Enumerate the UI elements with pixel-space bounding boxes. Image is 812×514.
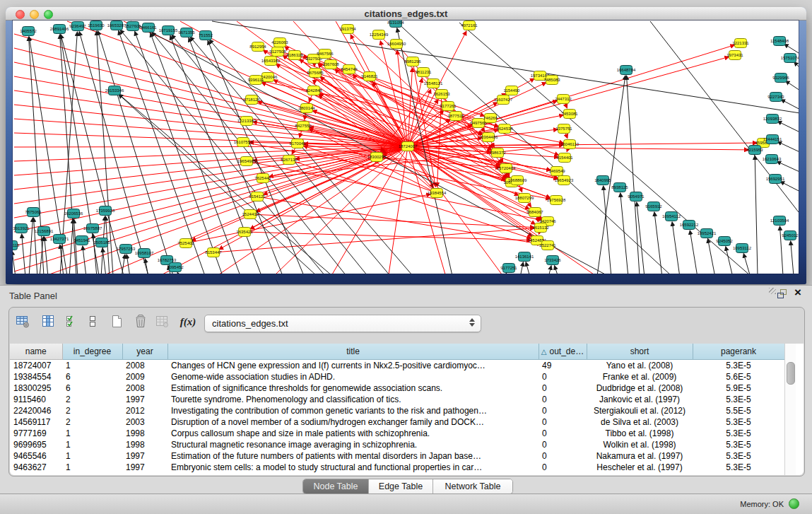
column-header-short[interactable]: short [587, 344, 693, 360]
table-cell[interactable]: 0 [539, 462, 587, 473]
network-view-window[interactable]: citations_edges.txt 18724007183002951938… [6, 7, 806, 284]
select-columns-button[interactable] [64, 313, 83, 332]
table-cell[interactable]: 2008 [122, 360, 167, 372]
graph-edge[interactable] [777, 161, 799, 174]
table-cell[interactable]: 1997 [122, 462, 167, 473]
graph-edge[interactable] [620, 193, 628, 274]
graph-edge[interactable] [97, 31, 113, 274]
graph-edge[interactable] [14, 146, 408, 204]
table-cell[interactable]: 9699695 [10, 439, 62, 450]
table-row[interactable]: 1938455462009Genome-wide association stu… [10, 371, 784, 382]
table-cell[interactable]: 49 [539, 360, 587, 372]
network-graph[interactable]: 1872400718300295193845548912954422606391… [13, 21, 799, 274]
table-cell[interactable]: Wolkin et al. (1998) [587, 439, 693, 450]
import-table-button[interactable] [154, 313, 172, 332]
node-attribute-table[interactable]: namein_degreeyeartitle△out_de…shortpager… [10, 344, 785, 473]
table-cell[interactable]: 5.3E-5 [693, 394, 784, 405]
table-cell[interactable]: de Silva et al. (2003) [587, 416, 693, 428]
table-cell[interactable]: 9463627 [10, 462, 62, 473]
table-cell[interactable]: Changes of HCN gene expression and I(f) … [167, 360, 539, 372]
table-cell[interactable]: 2 [62, 394, 122, 405]
table-row[interactable]: 946554611997Estimation of the future num… [10, 450, 784, 462]
graph-edge[interactable] [98, 31, 173, 274]
tab-node-table[interactable]: Node Table [303, 479, 368, 493]
table-row[interactable]: 1456911722003Disruption of a novel membe… [10, 416, 784, 428]
table-cell[interactable]: 14569117 [10, 416, 62, 428]
table-cell[interactable]: 6 [62, 371, 122, 382]
table-cell[interactable]: Tibbo et al. (1998) [587, 428, 693, 439]
table-cell[interactable]: 1997 [122, 394, 167, 405]
table-row[interactable]: 1830029562008Estimation of significance … [10, 382, 784, 394]
graph-edge[interactable] [22, 234, 25, 274]
table-cell[interactable]: 0 [539, 405, 587, 416]
graph-edge[interactable] [213, 228, 534, 252]
table-cell[interactable]: 18724007 [10, 360, 62, 372]
table-cell[interactable]: Structural magnetic resonance image aver… [167, 439, 539, 450]
table-cell[interactable]: Nakamura et al. (1997) [587, 450, 693, 462]
graph-edge[interactable] [637, 202, 645, 274]
memory-status-icon[interactable] [789, 498, 799, 509]
table-cell[interactable]: 1997 [122, 450, 167, 462]
table-cell[interactable]: Embryonic stem cells: a model to study s… [167, 462, 539, 473]
table-cell[interactable]: Investigating the contribution of common… [167, 405, 539, 416]
graph-edge[interactable] [627, 76, 640, 274]
table-cell[interactable]: 9465546 [10, 450, 62, 462]
table-cell[interactable]: 5.3E-5 [693, 450, 784, 462]
graph-edge[interactable] [597, 76, 625, 274]
table-row[interactable]: 946362711997Embryonic stem cells: a mode… [10, 462, 784, 473]
table-cell[interactable]: 5.5E-5 [693, 405, 784, 416]
graph-edge[interactable] [29, 218, 33, 274]
column-header-year[interactable]: year [122, 344, 167, 360]
create-column-button[interactable] [108, 313, 126, 332]
table-cell[interactable]: 9777169 [10, 428, 62, 439]
graph-edge[interactable] [672, 222, 680, 274]
graph-edge[interactable] [29, 37, 44, 274]
graph-edge[interactable] [14, 146, 408, 175]
table-cell[interactable]: 5.3E-5 [693, 439, 784, 450]
table-cell[interactable]: Estimation of significance thresholds fo… [167, 382, 539, 394]
graph-edge[interactable] [690, 230, 698, 274]
graph-edge[interactable] [794, 62, 799, 74]
column-header-out_de[interactable]: △out_de… [539, 344, 587, 360]
table-cell[interactable]: 22420046 [10, 405, 62, 416]
table-cell[interactable]: 0 [539, 416, 587, 428]
delete-column-button[interactable] [132, 313, 151, 332]
table-cell[interactable]: Jankovic et al. (1997) [587, 394, 693, 405]
table-cell[interactable]: Stergiakouli et al. (2012) [587, 405, 693, 416]
table-cell[interactable]: 6 [62, 382, 122, 394]
table-cell[interactable]: Genome-wide association studies in ADHD. [167, 371, 539, 382]
table-cell[interactable]: 2009 [122, 371, 167, 382]
tab-edge-table[interactable]: Edge Table [368, 479, 433, 493]
graph-edge[interactable] [177, 272, 180, 274]
panel-resize-grip[interactable] [769, 288, 776, 294]
graph-edge[interactable] [45, 237, 48, 274]
table-cell[interactable]: Corpus callosum shape and size in male p… [167, 428, 539, 439]
table-cell[interactable]: 0 [539, 394, 587, 405]
table-cell[interactable]: 1998 [122, 439, 167, 450]
graph-edge[interactable] [786, 81, 799, 93]
table-cell[interactable]: 2012 [122, 405, 167, 416]
table-cell[interactable]: 18300295 [10, 382, 62, 394]
float-panel-icon[interactable] [777, 288, 789, 299]
window-titlebar[interactable]: citations_edges.txt [6, 7, 806, 21]
graph-edge[interactable] [69, 219, 73, 274]
table-cell[interactable]: 0 [539, 428, 587, 439]
table-cell[interactable]: 1 [62, 462, 122, 473]
graph-edge[interactable] [186, 194, 430, 243]
graph-edge[interactable] [505, 273, 507, 274]
graph-edge[interactable] [261, 83, 408, 146]
table-scrollbar[interactable] [784, 344, 796, 475]
graph-edge[interactable] [654, 212, 662, 274]
table-scrollbar-thumb[interactable] [787, 362, 795, 385]
table-cell[interactable]: 0 [539, 450, 587, 462]
table-cell[interactable]: Dudbridge et al. (2008) [587, 382, 693, 394]
graph-edge[interactable] [791, 241, 794, 274]
table-cell[interactable]: 2008 [122, 382, 167, 394]
column-header-in_degree[interactable]: in_degree [62, 344, 122, 360]
column-header-pagerank[interactable]: pagerank [693, 344, 784, 360]
table-cell[interactable]: Tourette syndrome. Phenomenology and cla… [167, 394, 539, 405]
table-cell[interactable]: 1998 [122, 428, 167, 439]
table-row[interactable]: 911546021997Tourette syndrome. Phenomeno… [10, 394, 784, 405]
graph-edge[interactable] [777, 122, 799, 134]
table-cell[interactable]: 5.9E-5 [693, 382, 784, 394]
